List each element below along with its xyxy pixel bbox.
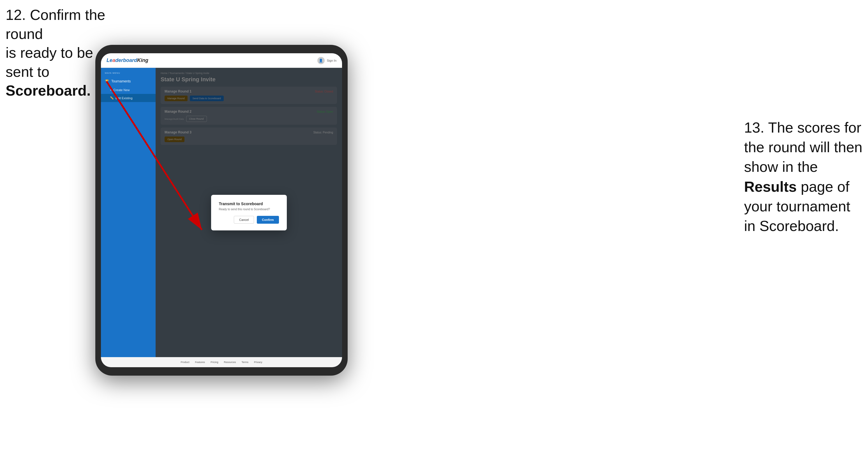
logo-king: King [137, 58, 148, 63]
annotation-line1: 12. Confirm the round [6, 7, 105, 42]
ann-r-results: Results [744, 179, 797, 195]
annotation-top: 12. Confirm the round is ready to be sen… [6, 6, 123, 100]
confirm-button[interactable]: Confirm [257, 216, 279, 224]
modal-subtitle: Ready to send this round to Scoreboard? [219, 208, 279, 211]
content-area: MAIN MENU 🏆 Tournaments + Create New ✏️ … [101, 68, 342, 357]
modal-title: Transmit to Scoreboard [219, 201, 279, 206]
tablet-device: LeaderboardKing 👤 Sign In MAIN MENU 🏆 To… [95, 45, 348, 376]
ann-r-line5: your tournament [744, 198, 850, 214]
footer-link-privacy[interactable]: Privacy [254, 361, 262, 364]
footer-link-resources[interactable]: Resources [224, 361, 236, 364]
footer-link-product[interactable]: Product [181, 361, 189, 364]
tablet-footer: ProductFeaturesPricingResourcesTermsPriv… [101, 357, 342, 367]
ann-r-line3: show in the [744, 159, 818, 175]
annotation-line3: Scoreboard. [6, 83, 91, 99]
footer-link-pricing[interactable]: Pricing [211, 361, 218, 364]
footer-link-features[interactable]: Features [195, 361, 205, 364]
ann-r-line6: in Scoreboard. [744, 218, 839, 234]
sidebar: MAIN MENU 🏆 Tournaments + Create New ✏️ … [101, 68, 156, 357]
ann-r-line1: 13. The scores for [744, 119, 861, 136]
main-content: Home / Tournaments / State U Spring Invi… [156, 68, 342, 357]
modal-box: Transmit to Scoreboard Ready to send thi… [211, 195, 287, 230]
sign-in-link[interactable]: Sign In [327, 59, 336, 62]
tablet-screen: LeaderboardKing 👤 Sign In MAIN MENU 🏆 To… [101, 53, 342, 367]
top-nav: LeaderboardKing 👤 Sign In [101, 53, 342, 68]
modal-buttons: Cancel Confirm [219, 216, 279, 224]
nav-right: 👤 Sign In [317, 57, 336, 64]
modal-overlay: Transmit to Scoreboard Ready to send thi… [156, 68, 342, 357]
ann-r-line4-rest: page of [797, 179, 849, 195]
annotation-right: 13. The scores for the round will then s… [744, 118, 862, 236]
avatar: 👤 [317, 57, 325, 64]
ann-r-line2: the round will then [744, 139, 862, 155]
cancel-button[interactable]: Cancel [234, 216, 254, 224]
annotation-line2: is ready to be sent to [6, 44, 93, 80]
footer-link-terms[interactable]: Terms [242, 361, 249, 364]
